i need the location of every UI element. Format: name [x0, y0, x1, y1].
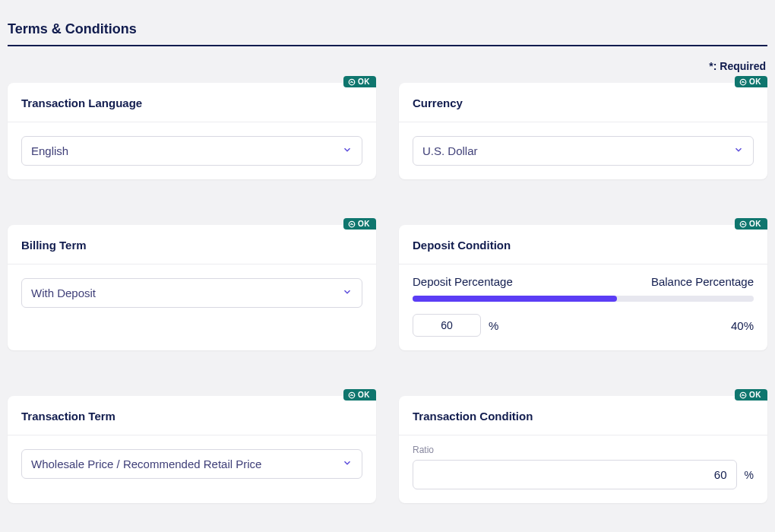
slider-fill — [413, 296, 617, 302]
ok-badge: OK — [735, 218, 767, 230]
card-header: Deposit Condition — [399, 225, 767, 264]
billing-term-select[interactable]: With Deposit — [21, 278, 362, 308]
check-circle-icon — [739, 78, 747, 86]
ok-badge: OK — [735, 76, 767, 87]
chevron-down-icon — [342, 144, 353, 157]
ok-badge-text: OK — [749, 220, 761, 228]
deposit-percentage-label: Deposit Percentage — [413, 275, 513, 288]
deposit-percentage-input[interactable] — [413, 314, 481, 337]
chevron-down-icon — [342, 458, 353, 470]
deposit-slider[interactable] — [413, 296, 754, 302]
ok-badge-text: OK — [358, 78, 370, 86]
ok-badge-text: OK — [749, 78, 761, 86]
currency-select[interactable]: U.S. Dollar — [413, 136, 754, 166]
ok-badge-text: OK — [749, 391, 761, 399]
percent-unit: % — [745, 469, 754, 481]
section-title-terms: Terms & Conditions — [8, 8, 767, 46]
ok-badge: OK — [343, 389, 376, 401]
ok-badge-text: OK — [358, 220, 370, 228]
card-header: Transaction Language — [8, 83, 376, 122]
balance-percentage-value: 40% — [731, 319, 754, 332]
check-circle-icon — [348, 78, 356, 86]
chevron-down-icon — [342, 287, 353, 299]
ok-badge-text: OK — [358, 391, 370, 399]
transaction-term-select[interactable]: Wholesale Price / Recommended Retail Pri… — [21, 449, 362, 479]
card-header: Transaction Term — [8, 396, 376, 435]
ratio-input[interactable] — [413, 460, 737, 489]
chevron-down-icon — [733, 144, 744, 157]
section-title-billing-addresses: Billing Addresses — [8, 526, 767, 532]
card-deposit-condition: OK Deposit Condition Deposit Percentage … — [399, 225, 767, 350]
select-value: Wholesale Price / Recommended Retail Pri… — [31, 458, 261, 470]
card-currency: OK Currency U.S. Dollar — [399, 83, 767, 179]
check-circle-icon — [348, 220, 356, 228]
required-note: *: Required — [8, 60, 766, 72]
card-header: Currency — [399, 83, 767, 122]
check-circle-icon — [739, 220, 747, 228]
percent-unit: % — [489, 319, 498, 332]
card-header: Billing Term — [8, 225, 376, 264]
select-value: U.S. Dollar — [422, 144, 478, 157]
ok-badge: OK — [343, 76, 376, 87]
card-transaction-language: OK Transaction Language English — [8, 83, 376, 179]
card-header: Transaction Condition — [399, 396, 767, 435]
terms-grid: OK Transaction Language English OK Curre… — [8, 83, 767, 526]
select-value: With Deposit — [31, 287, 96, 299]
check-circle-icon — [348, 391, 356, 399]
select-value: English — [31, 144, 68, 157]
card-billing-term: OK Billing Term With Deposit — [8, 225, 376, 350]
card-transaction-condition: OK Transaction Condition Ratio % — [399, 396, 767, 503]
balance-percentage-label: Balance Percentage — [651, 275, 754, 288]
ok-badge: OK — [735, 389, 767, 401]
transaction-language-select[interactable]: English — [21, 136, 362, 166]
ratio-label: Ratio — [413, 445, 754, 455]
card-transaction-term: OK Transaction Term Wholesale Price / Re… — [8, 396, 376, 503]
ok-badge: OK — [343, 218, 376, 230]
check-circle-icon — [739, 391, 747, 399]
